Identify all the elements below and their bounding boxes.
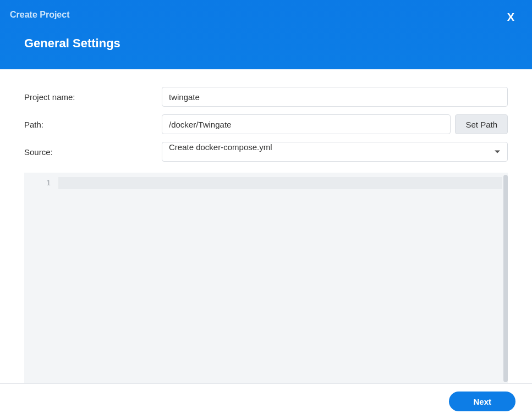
editor-scrollbar[interactable] [503, 175, 508, 382]
dialog-content: Project name: Path: Set Path Source: Cre… [0, 69, 532, 384]
dialog-header: Create Project X General Settings [0, 0, 532, 69]
source-row: Source: Create docker-compose.yml [24, 142, 508, 162]
section-title: General Settings [0, 20, 532, 51]
next-button[interactable]: Next [449, 392, 515, 411]
close-button[interactable]: X [503, 9, 519, 26]
close-icon: X [507, 11, 514, 23]
path-input[interactable] [162, 114, 451, 134]
editor-body[interactable] [58, 173, 508, 384]
path-row: Path: Set Path [24, 114, 508, 134]
code-editor[interactable]: 1 [24, 173, 508, 384]
dialog-title: Create Project [0, 0, 532, 20]
source-select-wrapper: Create docker-compose.yml [162, 142, 508, 162]
line-number: 1 [24, 177, 58, 189]
editor-active-line [58, 177, 502, 189]
project-name-row: Project name: [24, 87, 508, 107]
path-label: Path: [24, 120, 162, 129]
source-label: Source: [24, 147, 162, 157]
project-name-label: Project name: [24, 92, 162, 102]
source-select[interactable]: Create docker-compose.yml [162, 142, 508, 162]
set-path-button[interactable]: Set Path [455, 114, 508, 134]
editor-gutter: 1 [24, 173, 58, 384]
project-name-input[interactable] [162, 87, 508, 107]
dialog-footer: Next [0, 383, 532, 419]
